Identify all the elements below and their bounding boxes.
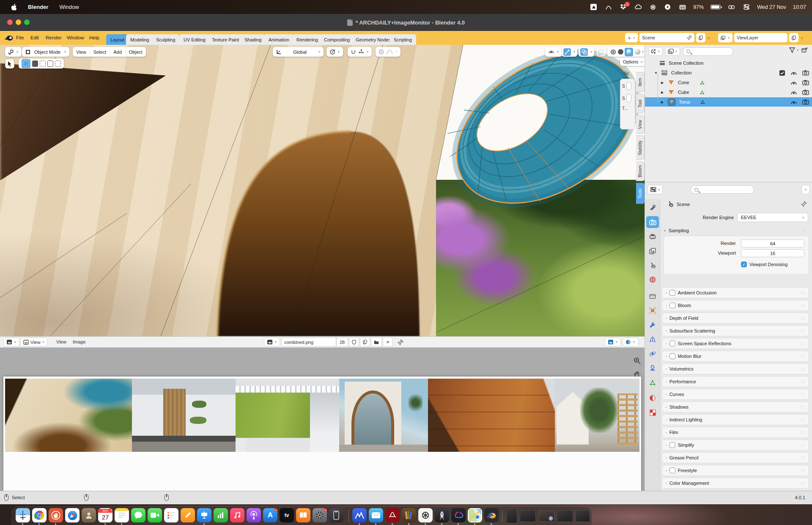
dock-books[interactable] — [296, 508, 310, 522]
viewlayer-new-button[interactable] — [789, 33, 798, 42]
active-tool-select[interactable] — [5, 59, 14, 69]
menubar-time[interactable]: 10:07 — [793, 4, 806, 10]
tab-viewlayer-properties[interactable] — [646, 245, 659, 257]
menubar-date[interactable]: Wed 27 Nov — [757, 4, 786, 10]
apple-menu-icon[interactable] — [11, 4, 17, 11]
viewport-denoising-checkbox[interactable]: ✓ — [741, 261, 747, 267]
unlink-image-button[interactable]: × — [383, 338, 393, 346]
shading-wireframe-icon[interactable] — [610, 49, 616, 55]
scene-unlink-button[interactable]: × — [707, 34, 710, 42]
outliner-row-collection[interactable]: ▼ Collection — [645, 68, 812, 77]
dock-python-launcher[interactable] — [435, 508, 449, 522]
menubar-app-name[interactable]: Blender — [28, 4, 48, 10]
ssr-checkbox[interactable] — [669, 341, 675, 346]
dock-mail[interactable] — [369, 508, 383, 522]
sidebar-tab-view[interactable]: View — [636, 115, 645, 134]
minimized-window-thumbnail[interactable] — [557, 510, 573, 522]
dock-duckduckgo[interactable] — [49, 508, 63, 522]
panel-indirect-lighting[interactable]: ›Indirect Lighting::: — [662, 414, 809, 425]
help-menu[interactable]: Help — [87, 34, 102, 41]
npanel-slider-row[interactable]: S — [622, 82, 633, 90]
sidebar-tab-item[interactable]: Item — [636, 72, 645, 92]
tab-sculpting[interactable]: Sculpting — [152, 34, 179, 45]
dock-numbers[interactable] — [214, 508, 228, 522]
transform-orientation-selector[interactable]: Global ∨ — [273, 47, 324, 57]
dock-finder[interactable] — [16, 508, 30, 522]
panel-bloom[interactable]: ›Bloom::: — [662, 300, 809, 311]
outliner-row-cone[interactable]: ▶ Cone — [645, 78, 812, 87]
dock-podcasts[interactable] — [247, 508, 261, 522]
minimized-window-thumbnail[interactable] — [506, 509, 517, 523]
scene-browse-button[interactable]: ∨ — [625, 33, 638, 42]
image-users-count[interactable]: 28 — [336, 338, 348, 346]
sampling-panel-header[interactable]: ∨ Sampling — [664, 228, 689, 233]
panel-drag-dots[interactable]: ::: — [801, 228, 806, 232]
fake-user-shield-button[interactable] — [349, 338, 359, 346]
window-menu[interactable]: Window — [64, 34, 87, 41]
tab-uv-editing[interactable]: UV Editing — [179, 34, 210, 45]
dock-chrome[interactable] — [32, 508, 47, 522]
tab-constraint-properties[interactable] — [646, 362, 659, 374]
dock-maps[interactable] — [468, 508, 482, 522]
tab-rendering[interactable]: Rendering — [292, 34, 322, 45]
tab-compositing[interactable]: Compositing — [320, 34, 354, 45]
dock-safari[interactable] — [65, 508, 80, 522]
mode-selector[interactable]: Object Mode ∨ — [22, 47, 69, 57]
panel-freestyle[interactable]: ›Freestyle::: — [662, 465, 809, 476]
creative-cloud-icon[interactable] — [634, 3, 642, 11]
image-editor-canvas[interactable] — [0, 348, 645, 491]
disable-render-camera-icon[interactable] — [802, 99, 809, 105]
viewport-denoising-row[interactable]: ✓ Viewport Denoising — [741, 261, 787, 267]
disable-render-camera-icon[interactable] — [802, 80, 809, 85]
outliner-row-scene-collection[interactable]: Scene Collection — [645, 58, 812, 68]
object-menu[interactable]: Object — [126, 49, 146, 55]
panel-motion-blur[interactable]: ›Motion Blur::: — [662, 351, 809, 362]
select-difference-mode-icon[interactable] — [47, 61, 53, 67]
pin-id-icon[interactable] — [801, 201, 807, 207]
dock-contacts[interactable] — [82, 508, 96, 522]
image-browse-button[interactable]: ∨ — [264, 338, 280, 346]
outliner-row-torus-selected[interactable]: ▶ Torus — [645, 97, 812, 107]
tab-tool-properties[interactable] — [646, 202, 659, 214]
dock-facetime[interactable] — [148, 508, 162, 522]
dock-calibre[interactable] — [402, 508, 416, 522]
panel-performance[interactable]: ›Performance::: — [662, 376, 809, 387]
panel-curves[interactable]: ›Curves::: — [662, 389, 809, 400]
panel-color-management[interactable]: ›Color Management::: — [662, 478, 809, 489]
gizmos-toggle[interactable]: ∨ — [562, 47, 577, 57]
tab-physics-properties[interactable] — [646, 348, 659, 360]
select-subtract-mode-icon[interactable] — [40, 61, 46, 67]
tab-texture-paint[interactable]: Texture Paint — [208, 34, 243, 45]
dock-iphone-mirroring[interactable] — [329, 508, 343, 522]
sidebar-tab-bloom[interactable]: Bloom — [636, 162, 645, 181]
pin-image-icon[interactable] — [398, 339, 403, 345]
tab-particle-properties[interactable] — [646, 333, 659, 345]
minimized-window-thumbnail[interactable] — [538, 510, 554, 522]
tab-data-properties[interactable] — [646, 377, 659, 388]
panel-film[interactable]: ›Film::: — [662, 427, 809, 438]
play-status-icon[interactable] — [664, 3, 672, 11]
image-overlay-toggle[interactable]: ∨ — [605, 338, 621, 346]
panel-screen-space-reflections[interactable]: ›Screen Space Reflections::: — [662, 338, 809, 349]
dock-music[interactable] — [230, 508, 244, 522]
tab-layout[interactable]: Layout — [106, 34, 129, 45]
new-collection-button[interactable] — [801, 47, 808, 53]
editor-type-selector[interactable]: ∨ — [5, 47, 22, 57]
options-dropdown[interactable]: Options∨ — [620, 58, 645, 66]
image-display-mode-dropdown[interactable]: View ∨ — [20, 338, 48, 346]
display-channels-toggle[interactable]: ∨ — [623, 338, 639, 346]
dock-creative-cloud[interactable] — [451, 508, 466, 522]
npanel-collapsed-header[interactable]: ∨Sc — [621, 71, 629, 76]
edit-menu[interactable]: Edit — [28, 34, 41, 41]
simplify-checkbox[interactable] — [669, 442, 675, 448]
image-editor-image-menu[interactable]: Image — [73, 339, 86, 344]
outliner-search-input[interactable] — [683, 47, 733, 56]
properties-editor-type-button[interactable]: ∨ — [647, 185, 663, 194]
image-editor-view-menu[interactable]: View — [56, 339, 66, 344]
minimized-window-thumbnail[interactable] — [520, 510, 536, 522]
dock-acrobat[interactable] — [385, 508, 400, 522]
dock-apple-tv[interactable]: tv — [280, 508, 294, 522]
snap-controls[interactable]: ∨ — [348, 47, 372, 57]
proportional-editing-controls[interactable]: ∨ — [376, 47, 401, 57]
dropbox-icon[interactable]: 2 — [619, 3, 627, 11]
